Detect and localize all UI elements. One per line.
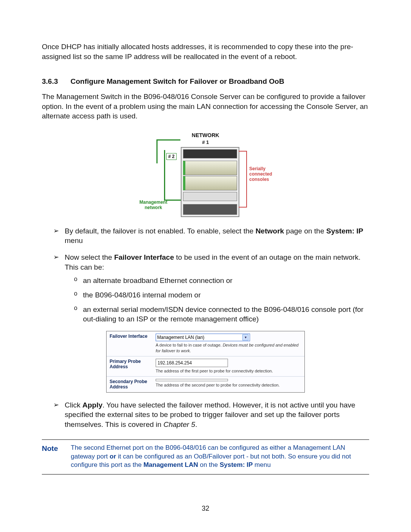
page-number: 32 [0,504,411,513]
rack-title: NETWORK [124,132,287,139]
section-paragraph: The Management Switch in the B096-048/01… [42,92,369,121]
bullet-2-sub-3: an external serial modem/ISDN device con… [83,305,369,324]
rack-net1-label: # 1 [124,139,287,146]
chevron-down-icon: ▾ [242,334,249,340]
failover-interface-help: A device to fail to in case of outage. D… [156,342,301,354]
note-tag: Note [42,444,71,470]
primary-probe-label: Primary Probe Address [110,359,156,370]
failover-interface-label: Failover Interface [110,334,156,339]
intro-paragraph: Once DHCP has initially allocated hosts … [42,42,369,61]
primary-probe-help: The address of the first peer to probe f… [156,368,301,374]
rack-net2-label: # 2 [166,153,177,160]
primary-probe-input[interactable]: 192.168.254.254 [156,359,228,367]
failover-interface-select[interactable]: Management LAN (lan) ▾ [156,334,250,341]
failover-interface-value: Management LAN (lan) [157,334,204,340]
bullet-2-sub-2: the B096-048/016 internal modem or [83,290,369,300]
secondary-probe-label: Secondary Probe Address [110,379,156,390]
bullet-3: Click Apply. You have selected the failo… [65,400,369,430]
note-body: The second Ethernet port on the B096-048… [71,444,369,470]
bullet-2: Now select the Failover Interface to be … [65,252,369,324]
bullet-1: By default, the failover is not enabled.… [65,226,369,246]
bullet-2-sub-1: an alternate broadband Ethernet connecti… [83,276,369,286]
secondary-probe-help: The address of the second peer to probe … [156,382,301,388]
secondary-probe-input[interactable] [156,379,228,381]
failover-form-figure: Failover Interface Management LAN (lan) … [106,331,305,393]
section-number: 3.6.3 [42,77,68,86]
section-title: Configure Management Switch for Failover… [70,77,284,85]
note-block: Note The second Ethernet port on the B09… [42,439,369,475]
rack-mgmt-label: Management network [134,200,172,210]
section-heading: 3.6.3 Configure Management Switch for Fa… [42,77,369,86]
rack-serial-label: Serially connected consoles [249,166,287,182]
network-rack-figure: NETWORK # 1 # 2 Serially connected conso… [124,132,287,219]
